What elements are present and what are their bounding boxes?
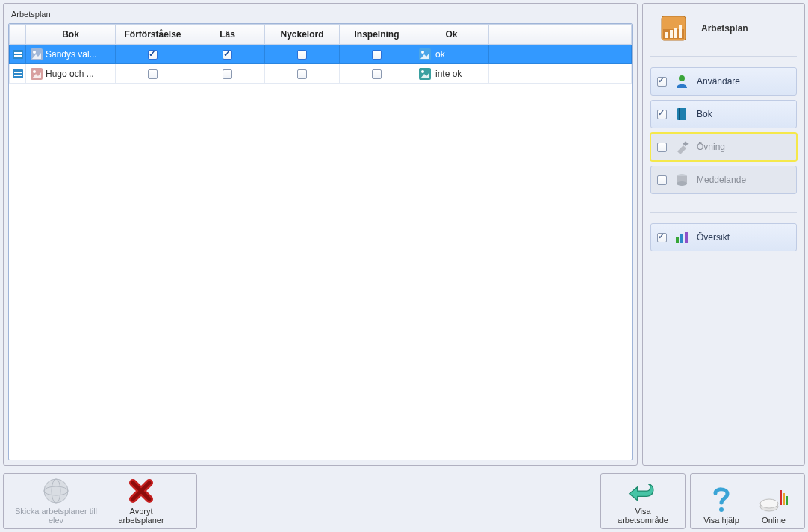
svg-rect-2 bbox=[14, 55, 22, 57]
checkbox-cell-c2[interactable] bbox=[116, 45, 190, 64]
sidebar-item-label: Översikt bbox=[697, 232, 730, 242]
checkbox-cell-c5[interactable] bbox=[340, 45, 414, 64]
cancel-label: Avbryt arbetsplaner bbox=[107, 507, 175, 525]
checkbox[interactable] bbox=[372, 69, 382, 79]
checkbox-cell-c4[interactable] bbox=[265, 45, 340, 64]
row-icon-cell bbox=[10, 64, 26, 84]
checkbox[interactable] bbox=[297, 69, 307, 79]
col-header-las[interactable]: Läs bbox=[190, 25, 265, 45]
sidebar-checkbox[interactable] bbox=[657, 77, 667, 87]
sidebar: Arbetsplan AnvändareBokÖvningMeddelande … bbox=[642, 3, 805, 466]
sidebar-divider bbox=[650, 212, 797, 213]
checkbox[interactable] bbox=[297, 50, 307, 60]
back-arrow-icon bbox=[628, 478, 658, 505]
svg-point-6 bbox=[421, 51, 424, 54]
send-button[interactable]: Skicka arbetsplaner till elev bbox=[8, 475, 104, 528]
svg-point-35 bbox=[760, 499, 778, 508]
book-cell: Hugo och ... bbox=[26, 64, 116, 84]
overview-icon bbox=[674, 230, 689, 245]
status-icon bbox=[419, 68, 431, 80]
checkbox-cell-c4[interactable] bbox=[265, 64, 340, 84]
arbetsplan-icon bbox=[661, 16, 686, 41]
help-icon bbox=[706, 486, 736, 514]
sidebar-checkbox[interactable] bbox=[657, 175, 667, 185]
svg-rect-1 bbox=[14, 52, 22, 54]
sidebar-item-oversikt[interactable]: Översikt bbox=[650, 223, 797, 251]
svg-rect-29 bbox=[685, 232, 688, 243]
sidebar-checkbox[interactable] bbox=[657, 143, 667, 152]
globe-icon bbox=[41, 477, 71, 505]
book-title: Hugo och ... bbox=[46, 69, 94, 79]
svg-rect-0 bbox=[13, 50, 23, 59]
book-cell: Sandys val... bbox=[26, 45, 116, 64]
checkbox[interactable] bbox=[223, 69, 232, 79]
col-header-nyckelord[interactable]: Nyckelord bbox=[265, 25, 340, 45]
col-header-rowicon[interactable] bbox=[10, 25, 26, 45]
online-button[interactable]: Online bbox=[748, 475, 800, 528]
table-header-row: Bok Förförståelse Läs Nyckelord Inspelni… bbox=[10, 25, 632, 45]
book-thumb-icon bbox=[31, 48, 43, 60]
plan-icon bbox=[12, 68, 24, 80]
table-row[interactable]: Hugo och ...inte ok bbox=[10, 64, 632, 84]
checkbox-cell-c3[interactable] bbox=[190, 45, 265, 64]
checkbox-cell-c3[interactable] bbox=[190, 64, 265, 84]
svg-rect-27 bbox=[676, 237, 679, 243]
checkbox[interactable] bbox=[223, 50, 232, 60]
sidebar-item-bok[interactable]: Bok bbox=[650, 100, 797, 128]
plan-icon bbox=[12, 48, 24, 60]
row-icon-cell bbox=[10, 45, 26, 64]
sidebar-item-användare[interactable]: Användare bbox=[650, 67, 797, 96]
col-header-forforstaelse[interactable]: Förförståelse bbox=[116, 25, 190, 45]
col-header-ok[interactable]: Ok bbox=[414, 25, 489, 45]
svg-rect-16 bbox=[665, 32, 668, 38]
help-label: Visa hjälp bbox=[703, 516, 739, 525]
workplan-table: Bok Förförståelse Läs Nyckelord Inspelni… bbox=[8, 23, 633, 460]
sidebar-icon bbox=[674, 74, 689, 89]
checkbox-cell-c5[interactable] bbox=[340, 64, 414, 84]
sidebar-icon bbox=[674, 107, 689, 122]
checkbox[interactable] bbox=[148, 50, 158, 60]
table-row[interactable]: Sandys val...ok bbox=[10, 45, 632, 64]
svg-rect-22 bbox=[679, 108, 680, 120]
cancel-button[interactable]: Avbryt arbetsplaner bbox=[104, 475, 178, 528]
svg-rect-7 bbox=[13, 69, 23, 78]
svg-rect-36 bbox=[780, 490, 782, 505]
svg-point-13 bbox=[421, 70, 424, 73]
svg-point-30 bbox=[44, 479, 68, 503]
cancel-icon bbox=[126, 477, 156, 505]
sidebar-item-label: Övning bbox=[697, 142, 725, 152]
ok-cell: inte ok bbox=[414, 64, 489, 84]
svg-rect-9 bbox=[14, 75, 22, 76]
status-icon bbox=[419, 48, 431, 60]
svg-point-33 bbox=[719, 507, 724, 512]
col-header-inspelning[interactable]: Inspelning bbox=[340, 25, 414, 45]
svg-rect-37 bbox=[783, 493, 785, 505]
panel-title: Arbetsplan bbox=[8, 8, 633, 23]
col-header-bok[interactable]: Bok bbox=[26, 25, 116, 45]
svg-rect-28 bbox=[680, 234, 683, 243]
sidebar-checkbox[interactable] bbox=[657, 110, 667, 119]
online-icon bbox=[759, 486, 789, 514]
svg-rect-17 bbox=[670, 30, 673, 38]
sidebar-checkbox-oversikt[interactable] bbox=[657, 233, 667, 242]
checkbox[interactable] bbox=[148, 69, 158, 79]
workspace-label: Visa arbetsområde bbox=[609, 507, 677, 525]
checkbox-cell-c2[interactable] bbox=[116, 64, 190, 84]
ok-text: ok bbox=[435, 49, 445, 60]
svg-point-4 bbox=[33, 51, 36, 54]
workspace-button[interactable]: Visa arbetsområde bbox=[606, 475, 680, 528]
svg-rect-38 bbox=[786, 496, 788, 505]
sidebar-item-label: Användare bbox=[697, 76, 740, 87]
book-thumb-icon bbox=[31, 68, 43, 80]
sidebar-item-meddelande[interactable]: Meddelande bbox=[650, 166, 797, 194]
help-button[interactable]: Visa hjälp bbox=[695, 475, 748, 528]
sidebar-item-övning[interactable]: Övning bbox=[650, 133, 797, 161]
svg-rect-19 bbox=[679, 25, 682, 38]
checkbox[interactable] bbox=[372, 50, 382, 60]
sidebar-item-label: Meddelande bbox=[697, 175, 746, 185]
sidebar-item-label: Bok bbox=[697, 109, 712, 119]
svg-point-26 bbox=[677, 181, 687, 186]
sidebar-icon bbox=[674, 140, 689, 154]
svg-point-11 bbox=[33, 70, 36, 73]
main-panel: Arbetsplan Bok Förförståelse Läs Nyckelo… bbox=[3, 3, 638, 466]
